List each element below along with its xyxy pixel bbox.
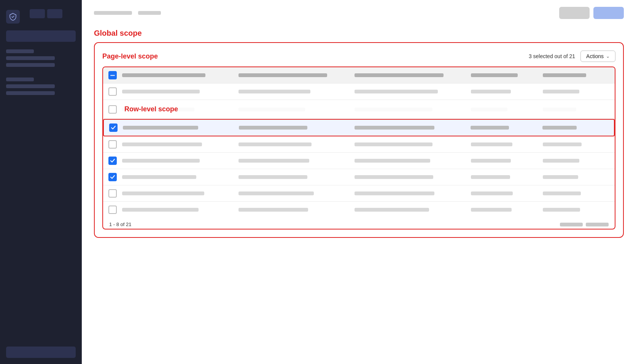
sidebar-section-1 [0,49,82,70]
sidebar-btn-1[interactable] [30,9,45,18]
sidebar-search[interactable] [6,30,76,42]
chevron-down-icon: ⌄ [606,54,610,59]
sidebar-logo [0,6,82,30]
table-row [103,202,615,218]
table-header-row [103,67,615,84]
row-checkbox[interactable] [108,173,117,181]
row-checkbox[interactable] [108,105,117,114]
svg-rect-4 [110,191,115,196]
prev-page-button[interactable] [560,223,583,226]
page-level-right: 3 selected out of 21 Actions ⌄ [529,51,615,62]
pagination-text: 1 - 8 of 21 [109,222,132,227]
global-scope-box: Page-level scope 3 selected out of 21 Ac… [94,42,624,238]
table-row: Row-level scope [103,100,615,119]
breadcrumb-item-1 [94,11,132,15]
header-checkbox[interactable] [108,71,117,79]
sidebar-item [6,63,55,67]
svg-rect-2 [110,107,115,112]
main-content: Global scope Page-level scope 3 selected… [82,0,636,364]
sidebar-bottom-bar [6,347,76,358]
table-box: Row-level scope [102,66,615,229]
table-row-selected [103,119,615,136]
breadcrumb [94,11,161,15]
sidebar-top-buttons [24,9,68,24]
table: Row-level scope [103,67,615,218]
sidebar-item [6,49,34,53]
sidebar-btn-2[interactable] [47,9,62,18]
row-checkbox[interactable] [108,87,117,96]
table-row [103,169,615,185]
actions-button[interactable]: Actions ⌄ [580,51,615,62]
sidebar-section-2 [0,78,82,98]
row-checkbox[interactable] [108,140,117,149]
sidebar-bottom [0,347,82,358]
svg-rect-0 [110,75,115,76]
table-row [103,136,615,153]
top-bar [82,0,636,23]
sidebar [0,0,82,364]
svg-rect-5 [110,207,115,212]
table-row [103,84,615,100]
table-row [103,185,615,202]
pagination-controls [560,223,609,226]
table-row [103,153,615,169]
global-scope-label: Global scope [94,29,624,38]
svg-rect-1 [110,89,115,94]
logo-icon [6,10,20,24]
row-checkbox[interactable] [108,206,117,214]
page-body: Global scope Page-level scope 3 selected… [82,23,636,364]
row-checkbox[interactable] [109,123,118,132]
next-page-button[interactable] [586,223,609,226]
page-level-label: Page-level scope [102,52,158,60]
pagination-bar: 1 - 8 of 21 [103,218,615,229]
sidebar-item [6,91,55,95]
selection-count: 3 selected out of 21 [529,53,575,59]
sidebar-item [6,84,55,88]
svg-rect-3 [110,142,115,147]
page-level-header: Page-level scope 3 selected out of 21 Ac… [102,51,615,62]
actions-label: Actions [586,53,604,59]
sidebar-item [6,56,55,60]
top-bar-actions [559,7,624,19]
breadcrumb-item-2 [138,11,161,15]
row-checkbox[interactable] [108,189,117,198]
save-button[interactable] [593,7,624,19]
row-checkbox[interactable] [108,157,117,165]
cancel-button[interactable] [559,7,590,19]
sidebar-item [6,78,34,81]
